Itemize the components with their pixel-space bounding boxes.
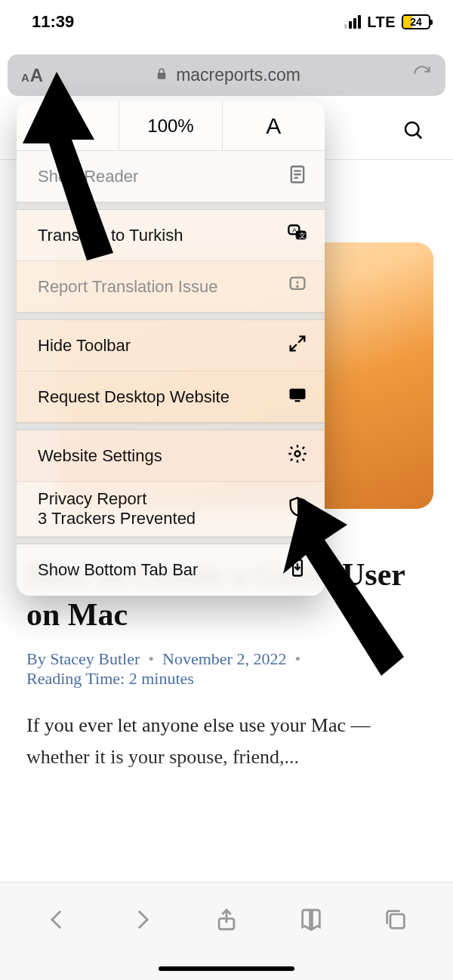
translate-icon: A文: [287, 223, 308, 248]
svg-text:文: 文: [299, 231, 306, 239]
article-author[interactable]: Stacey Butler: [50, 649, 140, 668]
annotation-arrow-bottom: [264, 498, 415, 687]
back-button[interactable]: [45, 907, 70, 935]
battery-percent: 24: [403, 16, 429, 28]
svg-rect-21: [390, 914, 404, 927]
tabs-button[interactable]: [383, 907, 408, 935]
svg-point-0: [405, 122, 419, 136]
desktop-icon: [287, 384, 308, 410]
article-reading-time: Reading Time: 2 minutes: [26, 669, 194, 688]
website-settings-item[interactable]: Website Settings: [17, 430, 325, 482]
svg-point-15: [295, 451, 300, 456]
svg-rect-13: [290, 388, 306, 399]
hide-toolbar-item[interactable]: Hide Toolbar: [17, 320, 325, 371]
search-icon[interactable]: [402, 119, 424, 144]
share-button[interactable]: [214, 907, 239, 935]
annotation-arrow-top: [19, 72, 147, 260]
svg-marker-18: [23, 72, 113, 260]
forward-button: [129, 907, 155, 935]
svg-rect-14: [295, 400, 300, 402]
lock-icon: [155, 65, 168, 85]
svg-marker-19: [283, 498, 404, 676]
reader-icon: [287, 164, 308, 190]
zoom-in-button[interactable]: A: [223, 101, 325, 150]
report-issue-icon: [287, 274, 308, 300]
gear-icon: [287, 443, 308, 469]
battery-icon: 24: [402, 14, 430, 29]
cellular-signal-icon: [344, 15, 361, 29]
expand-icon: [287, 333, 308, 359]
bottom-toolbar: [0, 882, 453, 980]
reload-icon[interactable]: [412, 64, 432, 87]
status-time: 11:39: [32, 12, 74, 32]
url-domain: macreports.com: [176, 65, 300, 85]
svg-point-12: [297, 285, 297, 286]
home-indicator[interactable]: [159, 966, 294, 971]
report-translation-item: Report Translation Issue: [17, 261, 325, 313]
privacy-report-subtitle: 3 Trackers Prevented: [38, 509, 196, 529]
svg-line-1: [417, 134, 421, 138]
request-desktop-item[interactable]: Request Desktop Website: [17, 371, 325, 423]
bookmarks-button[interactable]: [298, 907, 324, 935]
network-label: LTE: [367, 14, 396, 31]
status-bar: 11:39 LTE 24: [0, 0, 453, 44]
